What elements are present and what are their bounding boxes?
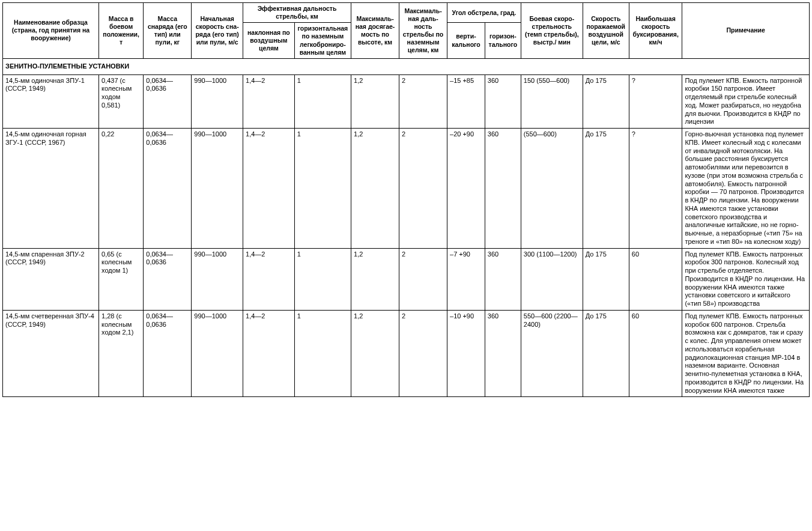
cell-r1: 1,4—2 [243,129,295,249]
cell-mass: 0,437 (с колесным ходом 0,581) [99,74,144,129]
col-mass: Масса в боевом положении, т [99,3,144,59]
table-row: 14,5-мм одиночная горная ЗГУ-1 (СССР, 19… [3,129,810,249]
cell-r1: 1,4—2 [243,74,295,129]
table-row: 14,5-мм одиночная ЗПУ-1 (СССР, 1949)0,43… [3,74,810,129]
cell-tspd: До 175 [583,248,629,310]
table-header: Наименование образца (страна, год принят… [3,3,810,59]
cell-mass: 0,65 (с колесным ходом 1) [99,248,144,310]
cell-alt: 1,2 [351,248,399,310]
table-row: 14,5-мм спаренная ЗПУ-2 (СССР, 1949)0,65… [3,248,810,310]
cell-vel: 990—1000 [192,248,243,310]
col-tspd: Скорость поражаемой воздушной цели, м/с [583,3,629,59]
cell-name: 14,5-мм счетверенная ЗПУ-4 (СССР, 1949) [3,310,99,397]
cell-vel: 990—1000 [192,310,243,397]
table-body: ЗЕНИТНО-ПУЛЕМЕТНЫЕ УСТАНОВКИ 14,5-мм оди… [3,58,810,397]
col-fof-group: Угол обстрела, град. [447,3,521,23]
col-fof-vert: верти­кального [447,23,485,59]
cell-shell: 0,0634—0,0636 [144,248,192,310]
cell-note: Под пулемет КПВ. Емкость па­тронных коро… [682,310,810,397]
section-title: ЗЕНИТНО-ПУЛЕМЕТНЫЕ УСТАНОВКИ [3,58,810,74]
cell-r2: 1 [294,248,351,310]
cell-note: Под пулемет КПВ. Емкость па­тронной коро… [682,74,810,129]
cell-horz: 360 [485,74,521,129]
cell-vert: –7 +90 [447,248,485,310]
cell-name: 14,5-мм одиночная горная ЗГУ-1 (СССР, 19… [3,129,99,249]
col-vel: Начальная скорость сна­ряда (его тип) ил… [192,3,243,59]
col-fof-horz: горизон­тального [485,23,521,59]
cell-maxgnd: 2 [399,129,447,249]
cell-tow: 60 [629,310,682,397]
cell-r2: 1 [294,310,351,397]
spec-table: Наименование образца (страна, год принят… [2,2,810,397]
cell-horz: 360 [485,129,521,249]
col-range-horiz: горизонтальная по наземным легкоброниро­… [294,23,351,59]
cell-maxgnd: 2 [399,310,447,397]
cell-alt: 1,2 [351,310,399,397]
col-note: Примечание [682,3,810,59]
cell-alt: 1,2 [351,129,399,249]
cell-vert: –15 +85 [447,74,485,129]
cell-note: Под пулемет КПВ. Емкость па­тронных коро… [682,248,810,310]
cell-vel: 990—1000 [192,74,243,129]
col-maxgnd: Максималь­ная даль­ность стрельбы по наз… [399,3,447,59]
cell-shell: 0,0634—0,0636 [144,74,192,129]
cell-r2: 1 [294,74,351,129]
cell-tspd: До 175 [583,129,629,249]
cell-tspd: До 175 [583,74,629,129]
col-alt: Максималь­ная досягае­мость по высоте, к… [351,3,399,59]
col-name: Наименование образца (страна, год принят… [3,3,99,59]
cell-horz: 360 [485,310,521,397]
cell-vert: –10 +90 [447,310,485,397]
cell-note: Горно-вьючная установка под пулемет КПВ.… [682,129,810,249]
cell-name: 14,5-мм одиночная ЗПУ-1 (СССР, 1949) [3,74,99,129]
col-range-slant: наклонная по воздушным целям [243,23,295,59]
cell-tspd: До 175 [583,310,629,397]
table-row: 14,5-мм счетверенная ЗПУ-4 (СССР, 1949)1… [3,310,810,397]
col-rof: Боевая скоро­стрельность (темп стрельбы)… [521,3,583,59]
cell-rof: 550—600 (2200—2400) [521,310,583,397]
cell-rof: 300 (1100—1200) [521,248,583,310]
cell-r1: 1,4—2 [243,248,295,310]
section-row: ЗЕНИТНО-ПУЛЕМЕТНЫЕ УСТАНОВКИ [3,58,810,74]
cell-alt: 1,2 [351,74,399,129]
cell-tow: ? [629,129,682,249]
cell-r2: 1 [294,129,351,249]
col-tow: Наибольшая скорость буксирования, км/ч [629,3,682,59]
cell-maxgnd: 2 [399,74,447,129]
col-shell: Масса снаряда (его тип) или пули, кг [144,3,192,59]
cell-vert: –20 +90 [447,129,485,249]
cell-shell: 0,0634—0,0636 [144,310,192,397]
cell-vel: 990—1000 [192,129,243,249]
cell-rof: (550—600) [521,129,583,249]
cell-tow: ? [629,74,682,129]
cell-name: 14,5-мм спаренная ЗПУ-2 (СССР, 1949) [3,248,99,310]
cell-mass: 1,28 (с колесным ходом 2,1) [99,310,144,397]
col-range-group: Эффективная дальность стрельбы, км [243,3,351,23]
cell-maxgnd: 2 [399,248,447,310]
cell-mass: 0,22 [99,129,144,249]
cell-shell: 0,0634—0,0636 [144,129,192,249]
cell-r1: 1,4—2 [243,310,295,397]
cell-tow: 60 [629,248,682,310]
cell-horz: 360 [485,248,521,310]
cell-rof: 150 (550—600) [521,74,583,129]
